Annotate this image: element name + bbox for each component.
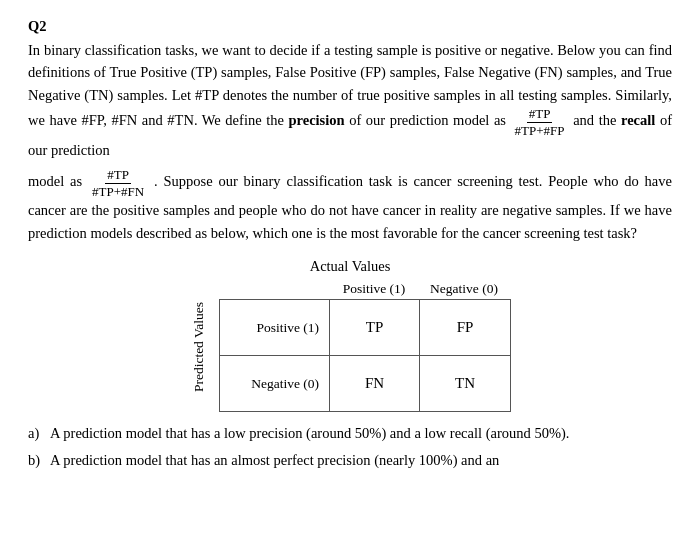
recall-fraction: #TP #TP+#FN	[90, 167, 146, 199]
answer-b-text: A prediction model that has an almost pe…	[50, 449, 672, 472]
header-spacer	[219, 281, 329, 297]
row-header-negative: Negative (0)	[220, 356, 330, 411]
answer-b: b) A prediction model that has an almost…	[28, 449, 672, 472]
row-header-positive: Positive (1)	[220, 300, 330, 355]
recall-numerator: #TP	[105, 167, 131, 184]
matrix-inner: Positive (1) Negative (0) Positive (1) T…	[219, 281, 511, 412]
and-text: and	[621, 64, 642, 80]
precision-numerator: #TP	[527, 106, 553, 123]
matrix-outer: Predicted Values Positive (1) Negative (…	[189, 281, 511, 412]
answer-a-text: A prediction model that has a low precis…	[50, 422, 672, 445]
cell-fn: FN	[330, 356, 420, 411]
answer-a-label: a)	[28, 422, 50, 445]
matrix-row-negative: Negative (0) FN TN	[220, 356, 510, 411]
answer-a: a) A prediction model that has a low pre…	[28, 422, 672, 445]
actual-values-label: Actual Values	[310, 258, 391, 275]
cell-tp: TP	[330, 300, 420, 355]
answers-section: a) A prediction model that has a low pre…	[28, 422, 672, 472]
header-row: Positive (1) Negative (0)	[219, 281, 511, 297]
predicted-values-container: Predicted Values	[189, 302, 209, 392]
matrix-row-positive: Positive (1) TP FP	[220, 300, 510, 356]
col-header-negative: Negative (0)	[419, 281, 509, 297]
data-rows: Positive (1) TP FP Negative (0) FN TN	[219, 299, 511, 412]
predicted-values-label: Predicted Values	[191, 302, 207, 392]
cell-fp: FP	[420, 300, 510, 355]
precision-denominator: #TP+#FP	[513, 123, 567, 139]
confusion-matrix-section: Actual Values Predicted Values Positive …	[28, 258, 672, 412]
answer-b-label: b)	[28, 449, 50, 472]
col-header-positive: Positive (1)	[329, 281, 419, 297]
recall-denominator: #TP+#FN	[90, 184, 146, 200]
precision-fraction: #TP #TP+#FP	[513, 106, 567, 138]
cell-tn: TN	[420, 356, 510, 411]
precision-word: precision	[288, 113, 344, 129]
question-paragraph2: model as #TP #TP+#FN . Suppose our binar…	[28, 167, 672, 244]
question-paragraph: In binary classification tasks, we want …	[28, 39, 672, 161]
recall-word: recall	[621, 113, 655, 129]
question-label: Q2	[28, 18, 672, 35]
